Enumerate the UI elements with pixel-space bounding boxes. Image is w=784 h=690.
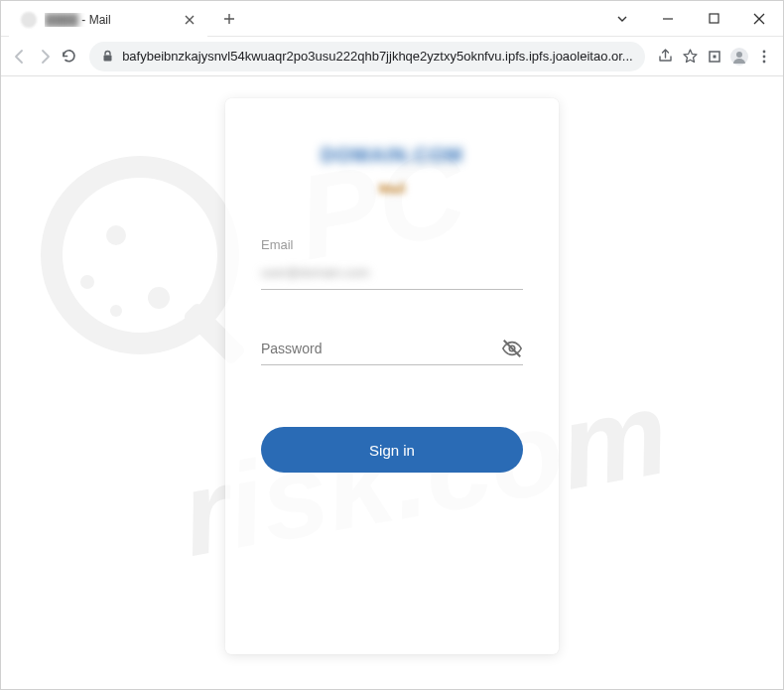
card-subtitle: Mail [378, 181, 405, 197]
password-field[interactable] [261, 332, 501, 364]
tab-title: ████ - Mail [45, 13, 182, 27]
close-window-button[interactable] [739, 4, 779, 34]
new-tab-button[interactable] [215, 5, 243, 33]
maximize-button[interactable] [694, 4, 733, 34]
profile-avatar-icon[interactable] [729, 41, 750, 72]
page-content: PC risk.com DOMAIN.COM Mail Email user@d… [1, 76, 783, 689]
minimize-button[interactable] [648, 4, 688, 34]
bookmark-star-icon[interactable] [680, 41, 701, 72]
back-button[interactable] [9, 41, 30, 72]
svg-rect-3 [714, 55, 717, 58]
svg-point-5 [736, 52, 742, 58]
menu-dots-icon[interactable] [754, 41, 775, 72]
titlebar: ████ - Mail [1, 1, 783, 37]
window-controls [602, 4, 783, 34]
chevron-down-icon[interactable] [602, 4, 642, 34]
email-group: Email user@domain.com [261, 237, 523, 290]
password-row [261, 332, 523, 365]
email-label: Email [261, 237, 523, 252]
svg-rect-0 [710, 14, 719, 23]
svg-point-6 [763, 50, 766, 53]
tab-close-button[interactable] [182, 12, 197, 28]
share-icon[interactable] [655, 41, 676, 72]
password-group [261, 332, 523, 365]
login-card: DOMAIN.COM Mail Email user@domain.com Si [225, 98, 559, 654]
browser-toolbar: bafybeibnzkajysnvl54kwuaqr2po3usu222qhb7… [1, 37, 783, 76]
browser-window: ████ - Mail [0, 0, 784, 690]
extensions-icon[interactable] [705, 41, 725, 72]
visibility-off-icon[interactable] [501, 338, 523, 359]
email-field[interactable]: user@domain.com [261, 265, 369, 280]
url-text: bafybeibnzkajysnvl54kwuaqr2po3usu222qhb7… [122, 49, 633, 64]
svg-point-8 [763, 60, 766, 63]
svg-rect-1 [104, 56, 112, 62]
sign-in-button[interactable]: Sign in [261, 427, 523, 473]
forward-button[interactable] [34, 41, 55, 72]
browser-tab[interactable]: ████ - Mail [9, 3, 207, 37]
card-header: DOMAIN.COM Mail [261, 144, 523, 198]
card-brand-title: DOMAIN.COM [261, 144, 523, 167]
address-bar[interactable]: bafybeibnzkajysnvl54kwuaqr2po3usu222qhb7… [89, 42, 645, 71]
svg-point-7 [763, 55, 766, 58]
tab-favicon-icon [21, 12, 37, 28]
email-row: user@domain.com [261, 256, 523, 290]
lock-icon [101, 50, 114, 63]
reload-button[interactable] [59, 41, 79, 72]
